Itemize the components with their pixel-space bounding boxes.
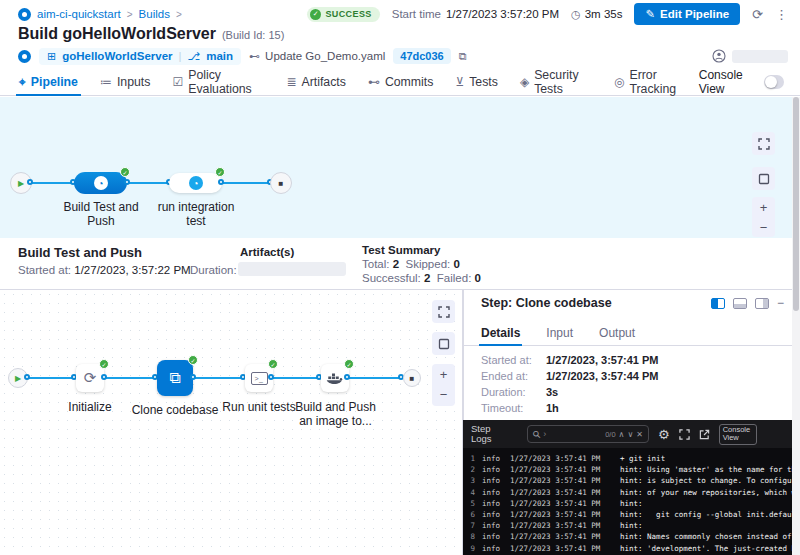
- zoom-out-button[interactable]: −: [760, 217, 768, 237]
- breadcrumb-project-link[interactable]: aim-ci-quickstart: [37, 8, 121, 20]
- step-label[interactable]: Initialize: [50, 400, 130, 414]
- harness-logo-icon: [18, 8, 31, 21]
- commit-sha-link[interactable]: 47dc036: [393, 48, 450, 64]
- external-link-icon: [699, 429, 710, 440]
- breadcrumb: aim-ci-quickstart > Builds >: [18, 8, 182, 21]
- tab-inputs[interactable]: ≔Inputs: [89, 68, 162, 95]
- minimize-panel-icon[interactable]: −: [777, 296, 784, 310]
- edit-pipeline-button[interactable]: ✎ Edit Pipeline: [634, 3, 740, 25]
- search-prompt-icon: ›: [543, 429, 546, 439]
- zoom-in-button[interactable]: +: [440, 364, 448, 384]
- tab-pipeline[interactable]: ⌖Pipeline: [8, 68, 89, 95]
- tab-security-tests[interactable]: ◈Security Tests: [509, 68, 603, 95]
- success-badge-icon: ✓: [99, 359, 109, 369]
- stage-graph-canvas[interactable]: ▶ ◔ ✓ ◔ ✓ ■ Build Test and Push run inte…: [0, 97, 792, 238]
- search-close-icon[interactable]: ✕: [636, 430, 643, 439]
- tab-commits[interactable]: ⊷Commits: [357, 68, 445, 95]
- layout-bottom-panel-icon[interactable]: [733, 298, 747, 309]
- tab-policy-evaluations[interactable]: ☑Policy Evaluations: [161, 68, 275, 95]
- clone-icon: ⧉: [169, 369, 180, 387]
- tab-artifacts[interactable]: ≣Artifacts: [275, 68, 356, 95]
- person-icon: [712, 49, 726, 63]
- connector-dot: [344, 374, 350, 380]
- toggle-knob: [765, 76, 777, 88]
- build-id: (Build Id: 15): [222, 29, 284, 41]
- tab-details[interactable]: Details: [481, 320, 520, 345]
- refresh-button[interactable]: ⟳: [752, 7, 763, 22]
- stage-node-build-test-and-push[interactable]: ◔ ✓: [74, 172, 127, 194]
- step-label[interactable]: Build and Push an image to...: [289, 400, 382, 428]
- scrollbar-thumb[interactable]: [793, 97, 799, 311]
- log-line: 6info1/27/2023 3:57:41 PMhint: git confi…: [463, 509, 792, 520]
- log-search-input[interactable]: [549, 429, 602, 439]
- log-fullscreen-button[interactable]: [679, 429, 690, 440]
- ci-stage-icon: ◔: [189, 176, 203, 190]
- zoom-controls: + −: [432, 364, 455, 406]
- log-lines[interactable]: 1info1/27/2023 3:57:41 PM+ git init 2inf…: [463, 448, 792, 554]
- open-in-new-button[interactable]: [699, 429, 710, 440]
- policy-icon: ☑: [172, 75, 183, 89]
- connector-dot: [218, 179, 224, 185]
- artifacts-label: Artifact(s): [240, 246, 294, 258]
- fit-to-view-button[interactable]: [432, 332, 455, 355]
- zoom-controls: + −: [752, 197, 775, 237]
- step-graph-canvas[interactable]: ▶ ⟳ ✓ ⧉ ✓ >_ ✓ ✓ ■: [0, 290, 463, 555]
- stage-label[interactable]: Build Test and Push: [60, 200, 142, 228]
- fit-to-view-button[interactable]: [752, 167, 775, 190]
- success-badge-icon: ✓: [344, 359, 354, 369]
- connector-line: [28, 377, 76, 379]
- log-line: 3info1/27/2023 3:57:41 PMhint: is subjec…: [463, 475, 792, 486]
- log-line: 7info1/27/2023 3:57:41 PMhint:: [463, 520, 792, 531]
- search-next-icon[interactable]: ∨: [627, 430, 633, 439]
- artifacts-icon: ≣: [286, 75, 296, 89]
- search-match-counter: 0/0: [605, 430, 615, 439]
- inputs-icon: ≔: [100, 75, 112, 89]
- fullscreen-button[interactable]: [432, 300, 455, 323]
- zoom-in-button[interactable]: +: [760, 197, 768, 217]
- repo-grid-icon: ⊞: [47, 50, 56, 63]
- tab-input[interactable]: Input: [546, 320, 573, 345]
- stage-label[interactable]: run integration test: [155, 200, 237, 228]
- console-view-toggle[interactable]: [764, 75, 784, 89]
- success-badge-icon: ✓: [188, 355, 198, 365]
- commit-icon: ⊷: [249, 50, 260, 63]
- step-label[interactable]: Clone codebase: [130, 403, 220, 417]
- step-detail-rows: Started at:1/27/2023, 3:57:41 PM Ended a…: [481, 352, 782, 416]
- scrollbar-track[interactable]: [792, 97, 800, 555]
- repo-name: goHelloWorldServer: [62, 50, 172, 62]
- duration: ◷ 3m 35s: [571, 8, 622, 21]
- zoom-out-button[interactable]: −: [440, 384, 448, 404]
- success-badge-icon: ✓: [215, 167, 225, 177]
- tab-error-tracking[interactable]: ◎Error Tracking: [603, 68, 699, 95]
- pipeline-icon: ⌖: [19, 75, 26, 89]
- breadcrumb-separator: >: [127, 9, 133, 20]
- log-settings-button[interactable]: ⚙: [658, 427, 670, 442]
- repo-branch-pill[interactable]: ⊞ goHelloWorldServer | ⎇ main: [39, 48, 241, 65]
- artifact-link-redacted[interactable]: [238, 262, 346, 276]
- kebab-menu-button[interactable]: ⋮: [775, 7, 788, 22]
- test-summary-line1: Total: 2 Skipped: 0: [362, 258, 460, 270]
- layout-split-panel-icon[interactable]: [755, 298, 769, 309]
- detail-row-duration: Duration:3s: [481, 384, 782, 400]
- layout-right-panel-icon[interactable]: [711, 298, 725, 309]
- detail-row-timeout: Timeout:1h: [481, 400, 782, 416]
- log-search-box[interactable]: ⚲ › 0/0 ∧ ∨ ✕: [527, 425, 649, 443]
- play-icon: ▶: [15, 374, 21, 383]
- log-line: 9info1/27/2023 3:57:41 PMhint: 'developm…: [463, 543, 792, 554]
- tab-tests[interactable]: ⊻Tests: [444, 68, 509, 95]
- fullscreen-button[interactable]: [752, 132, 775, 155]
- check-icon: ✓: [310, 9, 321, 20]
- search-prev-icon[interactable]: ∧: [619, 430, 625, 439]
- breadcrumb-builds-link[interactable]: Builds: [139, 8, 170, 20]
- log-console-view-button[interactable]: Console View: [719, 424, 757, 445]
- stage-node-run-integration-test[interactable]: ◔ ✓: [169, 173, 222, 193]
- console-view-label: Console View: [699, 68, 756, 96]
- step-node-clone-codebase[interactable]: ⧉ ✓: [157, 360, 193, 396]
- copy-icon[interactable]: ⧉: [459, 50, 467, 63]
- fullscreen-icon: [758, 138, 770, 150]
- step-details-panel: Step: Clone codebase − Details Input Out…: [463, 290, 792, 420]
- step-node-initialize[interactable]: ⟳ ✓: [76, 364, 104, 392]
- harness-logo-icon: [18, 50, 31, 63]
- tab-output[interactable]: Output: [599, 320, 635, 345]
- clock-icon: ◷: [571, 8, 581, 21]
